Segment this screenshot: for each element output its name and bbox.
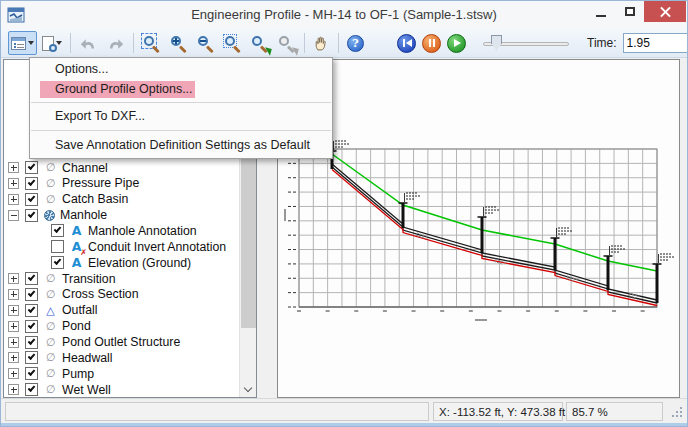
expand-plus-icon[interactable]	[8, 321, 19, 332]
undo-icon	[79, 35, 98, 51]
tree-item-label: Cross Section	[62, 287, 139, 301]
expand-plus-icon[interactable]	[8, 337, 19, 348]
checkbox[interactable]	[25, 304, 38, 317]
zoom-extents-icon	[142, 34, 161, 53]
close-button[interactable]	[644, 1, 686, 22]
zoom-out-button[interactable]	[193, 31, 218, 55]
checkbox[interactable]	[51, 224, 64, 237]
skip-to-start-button[interactable]	[397, 34, 416, 53]
expand-plus-icon[interactable]	[8, 305, 19, 316]
profile-view-options-button[interactable]	[39, 31, 65, 55]
tree-item-headwall[interactable]: ∅Headwall	[4, 350, 236, 365]
none-icon: ∅	[44, 367, 57, 380]
tree-item-wet-well[interactable]: ∅Wet Well	[4, 382, 236, 397]
outfall-icon: △	[44, 304, 57, 317]
check-icon	[27, 352, 35, 360]
checkbox[interactable]	[25, 336, 38, 349]
none-icon: ∅	[44, 272, 57, 285]
check-icon	[27, 289, 35, 297]
checkbox[interactable]	[51, 256, 64, 269]
checkbox[interactable]	[25, 367, 38, 380]
tree-item-catch-basin[interactable]: ∅Catch Basin	[4, 192, 236, 207]
profile-chart-panel[interactable]	[277, 59, 680, 398]
play-icon	[454, 39, 461, 47]
tree-item-cross-section[interactable]: ∅Cross Section	[4, 287, 236, 302]
tree-item-pump[interactable]: ∅Pump	[4, 366, 236, 381]
maximize-button[interactable]	[615, 1, 644, 22]
expand-plus-icon[interactable]	[8, 384, 19, 395]
help-icon: ?	[347, 35, 364, 52]
zoom-in-icon	[169, 34, 188, 53]
menu-item-save-annotation-definition-settings-as-default[interactable]: Save Annotation Definition Settings as D…	[30, 131, 332, 158]
tree-item-label: Pond Outlet Structure	[62, 335, 180, 349]
zoom-selection-button[interactable]	[247, 31, 272, 55]
zoom-in-button[interactable]	[166, 31, 191, 55]
time-input[interactable]	[623, 33, 688, 53]
expand-plus-icon[interactable]	[8, 194, 19, 205]
page-magnifier-icon	[42, 36, 54, 51]
scroll-down-button[interactable]	[240, 381, 256, 397]
expand-plus-icon[interactable]	[8, 273, 19, 284]
menu-item-options[interactable]: Options...	[30, 58, 332, 80]
checkbox[interactable]	[25, 288, 38, 301]
maximize-icon	[625, 7, 635, 16]
check-icon	[53, 226, 61, 234]
tree-item-manhole-annotation[interactable]: AManhole Annotation	[4, 223, 236, 238]
undo-button[interactable]	[76, 31, 101, 55]
tree-item-channel[interactable]: ∅Channel	[4, 160, 236, 175]
tree-item-outfall[interactable]: △Outfall	[4, 303, 236, 318]
pause-button[interactable]	[422, 34, 441, 53]
expand-plus-icon[interactable]	[8, 178, 19, 189]
checkbox[interactable]	[25, 320, 38, 333]
expand-plus-icon[interactable]	[8, 162, 19, 173]
toolbar: ? Time:	[1, 29, 687, 58]
tree-item-pond[interactable]: ∅Pond	[4, 319, 236, 334]
resize-grip[interactable]	[670, 407, 683, 420]
zoom-previous-button[interactable]	[274, 31, 299, 55]
time-slider[interactable]	[483, 34, 569, 53]
expand-plus-icon[interactable]	[8, 368, 19, 379]
expand-minus-icon[interactable]	[8, 210, 19, 221]
menu-item-ground-profile-options[interactable]: Ground Profile Options...	[30, 80, 332, 98]
pan-button[interactable]	[310, 31, 333, 55]
checkbox[interactable]	[51, 240, 64, 253]
minimize-button[interactable]	[586, 1, 615, 22]
annotation-x-icon: A✗	[70, 239, 83, 254]
expand-plus-icon[interactable]	[8, 352, 19, 363]
zoom-window-icon	[223, 34, 242, 53]
zoom-window-button[interactable]	[220, 31, 245, 55]
tree-item-pressure-pipe[interactable]: ∅Pressure Pipe	[4, 176, 236, 191]
checkbox[interactable]	[25, 177, 38, 190]
tree-item-manhole[interactable]: Manhole	[4, 208, 236, 223]
checkbox[interactable]	[25, 193, 38, 206]
redo-icon	[106, 35, 125, 51]
status-zoom-level: 85.7 %	[566, 402, 663, 421]
checkbox[interactable]	[25, 272, 38, 285]
checkbox[interactable]	[25, 209, 38, 222]
none-icon: ∅	[44, 336, 57, 349]
manhole-icon	[44, 210, 55, 221]
tree-item-pond-outlet-structure[interactable]: ∅Pond Outlet Structure	[4, 335, 236, 350]
menu-item-export-to-dxf[interactable]: Export To DXF...	[30, 103, 332, 129]
tree-item-transition[interactable]: ∅Transition	[4, 271, 236, 286]
tree-item-conduit-invert-annotation[interactable]: A✗Conduit Invert Annotation	[4, 239, 236, 254]
annotation-icon: A	[70, 255, 83, 270]
none-icon: ∅	[44, 320, 57, 333]
annotation-options-menu-button[interactable]	[8, 31, 37, 55]
expand-plus-icon[interactable]	[8, 289, 19, 300]
menu-item-label: Ground Profile Options...	[40, 81, 195, 98]
none-icon: ∅	[44, 383, 57, 396]
play-button[interactable]	[447, 34, 466, 53]
window-bottom-border	[1, 423, 687, 426]
ground-line	[332, 154, 657, 271]
checkbox[interactable]	[25, 161, 38, 174]
checkbox[interactable]	[25, 351, 38, 364]
zoom-extents-button[interactable]	[139, 31, 164, 55]
help-button[interactable]: ?	[344, 31, 367, 55]
check-icon	[27, 321, 35, 329]
checkbox[interactable]	[25, 383, 38, 396]
redo-button[interactable]	[103, 31, 128, 55]
tree-item-label: Conduit Invert Annotation	[88, 240, 226, 254]
tree-item-elevation-ground[interactable]: AElevation (Ground)	[4, 255, 236, 270]
slider-thumb[interactable]	[491, 35, 502, 51]
